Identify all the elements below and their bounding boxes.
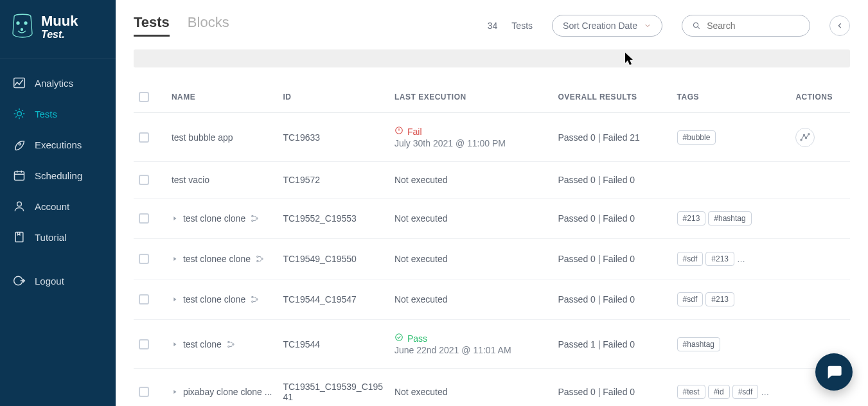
test-name: test bubble app xyxy=(172,132,233,143)
row-checkbox[interactable] xyxy=(139,254,149,264)
row-checkbox[interactable] xyxy=(139,294,149,304)
search-icon xyxy=(693,21,700,30)
overall-results: Passed 1 | Failed 0 xyxy=(558,339,635,349)
tag[interactable]: #213 xyxy=(705,292,734,306)
logo-icon xyxy=(9,12,36,42)
svg-point-4 xyxy=(17,112,22,116)
tabs: TestsBlocks xyxy=(134,14,229,37)
col-actions: ACTIONS xyxy=(790,85,850,113)
tag[interactable]: #bubble xyxy=(677,130,716,145)
collapse-button[interactable] xyxy=(829,15,850,36)
count-group: 34 Tests xyxy=(488,21,533,31)
overall-results: Passed 0 | Failed 0 xyxy=(558,254,635,264)
sidebar-item-account[interactable]: Account xyxy=(0,191,116,222)
sidebar-item-label: Analytics xyxy=(35,78,73,89)
svg-point-25 xyxy=(228,341,229,342)
tag[interactable]: #test xyxy=(677,385,705,399)
search-input[interactable] xyxy=(707,21,799,31)
filter-bar[interactable] xyxy=(134,49,850,67)
col-id: ID xyxy=(278,85,389,113)
svg-point-10 xyxy=(694,22,698,27)
expand-caret-icon[interactable] xyxy=(172,340,178,348)
test-name: test clone xyxy=(183,339,222,349)
overall-results: Passed 0 | Failed 21 xyxy=(558,132,640,143)
sidebar-item-label: Tests xyxy=(35,109,57,119)
execution-status: Not executed xyxy=(394,213,548,224)
col-overall-results: OVERALL RESULTS xyxy=(553,85,672,113)
test-id: TC19572 xyxy=(283,175,320,185)
clone-tree-icon xyxy=(251,214,260,223)
tag[interactable]: #hashtag xyxy=(677,337,720,351)
tab-tests[interactable]: Tests xyxy=(134,14,170,37)
chevron-down-icon xyxy=(644,22,651,30)
tag[interactable]: #hashtag xyxy=(708,211,751,225)
row-checkbox[interactable] xyxy=(139,339,149,349)
row-action-button[interactable] xyxy=(795,128,815,147)
tag[interactable]: #sdf xyxy=(677,252,704,266)
sort-dropdown[interactable]: Sort Creation Date xyxy=(552,15,662,37)
table-row[interactable]: test vacioTC19572Not executedPassed 0 | … xyxy=(134,162,850,199)
table-row[interactable]: test clone cloneTC19552_C19553Not execut… xyxy=(134,199,850,239)
svg-point-27 xyxy=(233,343,234,344)
chat-icon xyxy=(825,363,843,381)
tag[interactable]: #213 xyxy=(705,252,734,266)
sidebar-item-executions[interactable]: Executions xyxy=(0,129,116,160)
svg-point-7 xyxy=(17,202,22,206)
tab-blocks[interactable]: Blocks xyxy=(188,14,229,35)
tag[interactable]: #sdf xyxy=(677,292,704,306)
row-checkbox[interactable] xyxy=(139,387,149,397)
test-id: TC19544_C19547 xyxy=(283,294,356,304)
svg-rect-8 xyxy=(15,233,23,242)
tag-more[interactable]: … xyxy=(737,254,745,264)
execution-timestamp: July 30th 2021 @ 11:00 PM xyxy=(394,138,548,148)
svg-point-2 xyxy=(21,29,23,31)
logo[interactable]: Muuk Test. xyxy=(0,0,116,58)
expand-caret-icon[interactable] xyxy=(172,388,178,396)
status-pass-icon xyxy=(394,333,403,344)
svg-point-0 xyxy=(17,22,19,24)
sidebar-item-tests[interactable]: Tests xyxy=(0,98,116,129)
sidebar-item-tutorial[interactable]: Tutorial xyxy=(0,222,116,252)
svg-point-26 xyxy=(228,346,229,347)
main: TestsBlocks 34 Tests Sort Creation Date xyxy=(116,0,868,406)
select-all-checkbox[interactable] xyxy=(139,92,149,102)
clone-tree-icon xyxy=(256,254,265,263)
svg-point-20 xyxy=(257,260,258,261)
table-row[interactable]: test bubble appTC19633FailJuly 30th 2021… xyxy=(134,113,850,162)
svg-point-24 xyxy=(256,299,258,300)
table-row[interactable]: test clonee cloneTC19549_C19550Not execu… xyxy=(134,239,850,279)
svg-rect-6 xyxy=(15,172,24,180)
tag[interactable]: #sdf xyxy=(732,385,759,399)
tests-icon xyxy=(13,107,26,120)
tag[interactable]: #id xyxy=(708,385,730,399)
sidebar-item-analytics[interactable]: Analytics xyxy=(0,67,116,98)
sidebar-item-label: Scheduling xyxy=(35,170,82,181)
test-name: test clone clone xyxy=(183,294,245,304)
sidebar-item-logout[interactable]: Logout xyxy=(0,265,116,296)
table-row[interactable]: pixabay clone clone ...TC19351_C19539_C1… xyxy=(134,369,850,407)
test-name: test vacio xyxy=(172,175,209,185)
sort-label: Sort Creation Date xyxy=(563,21,637,31)
table-row[interactable]: test clone cloneTC19544_C19547Not execut… xyxy=(134,279,850,320)
svg-point-21 xyxy=(261,258,263,260)
row-checkbox[interactable] xyxy=(139,132,149,143)
expand-caret-icon[interactable] xyxy=(172,296,178,303)
clone-tree-icon xyxy=(251,295,260,304)
count-label: Tests xyxy=(511,21,533,31)
sidebar-item-scheduling[interactable]: Scheduling xyxy=(0,160,116,191)
sidebar-item-label: Account xyxy=(35,201,69,212)
brand-name: Muuk xyxy=(41,13,78,29)
chevron-left-icon xyxy=(835,21,844,30)
tag-more[interactable]: … xyxy=(761,387,769,397)
chat-fab[interactable] xyxy=(815,353,853,391)
row-checkbox[interactable] xyxy=(139,213,149,224)
expand-caret-icon[interactable] xyxy=(172,215,178,222)
table-row[interactable]: test cloneTC19544PassJune 22nd 2021 @ 11… xyxy=(134,320,850,369)
tag[interactable]: #213 xyxy=(677,211,706,225)
expand-caret-icon[interactable] xyxy=(172,255,178,263)
test-name: test clone clone xyxy=(183,213,245,224)
row-checkbox[interactable] xyxy=(139,175,149,185)
search-input-wrap[interactable] xyxy=(682,15,810,37)
execution-timestamp: June 22nd 2021 @ 11:01 AM xyxy=(394,345,548,355)
test-id: TC19552_C19553 xyxy=(283,213,356,224)
